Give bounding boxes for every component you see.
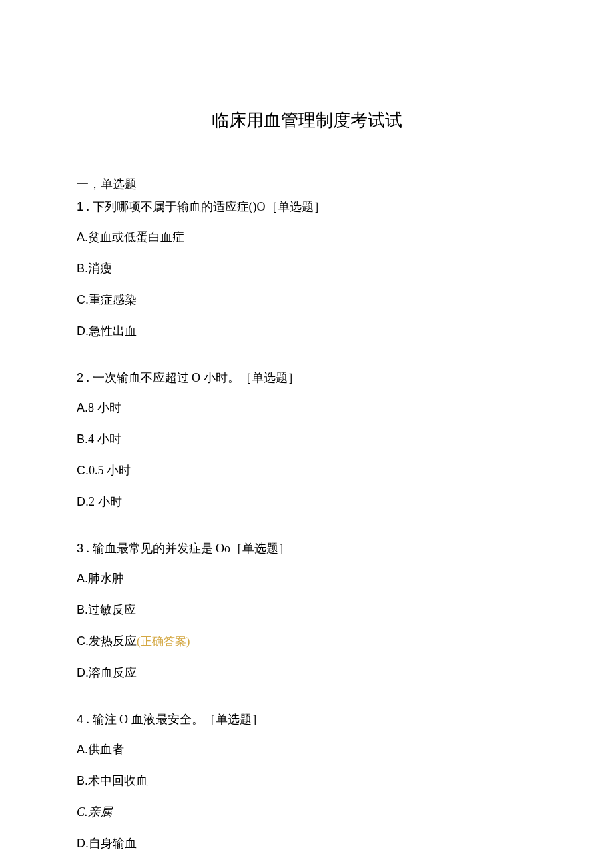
question-block: 3 . 输血最常见的并发症是 Oo［单选题］ A.肺水肿 B.过敏反应 C.发热… [77, 539, 537, 682]
option-label: B. [77, 432, 88, 446]
question-stem: . 输注 O 血液最安全。［单选题］ [83, 713, 264, 726]
option-text: 4 小时 [88, 432, 121, 446]
option-label: B. [77, 603, 88, 616]
option-text: 术中回收血 [88, 774, 148, 787]
question-text: 3 . 输血最常见的并发症是 Oo［单选题］ [77, 539, 537, 558]
option-label: A. [77, 230, 88, 244]
option-c: C.亲属 [77, 803, 537, 822]
option-text: 贫血或低蛋白血症 [88, 230, 184, 244]
option-b: B.过敏反应 [77, 600, 537, 620]
option-label: B. [77, 262, 88, 275]
question-text: 4 . 输注 O 血液最安全。［单选题］ [77, 710, 537, 729]
section-header: 一，单选题 [77, 175, 537, 194]
correct-answer-label: (正确答案) [137, 635, 190, 648]
option-label: C. [77, 634, 89, 648]
option-label: D. [77, 666, 89, 679]
option-text: 自身输血 [89, 837, 137, 850]
question-number: 1 [77, 200, 83, 213]
option-d: D.2 小时 [77, 492, 537, 512]
question-number: 4 [77, 713, 83, 726]
option-text: 急性出血 [89, 324, 137, 338]
option-label: A. [77, 572, 88, 585]
option-a: A.供血者 [77, 740, 537, 759]
option-b: B.消瘦 [77, 259, 537, 278]
page-title: 临床用血管理制度考试试 [77, 107, 537, 135]
option-d: D.自身输血 [77, 834, 537, 853]
option-label: C. [77, 805, 88, 819]
option-text: 亲属 [88, 805, 112, 819]
option-text: 溶血反应 [89, 666, 137, 679]
option-text: 过敏反应 [88, 603, 136, 616]
option-label: C. [77, 293, 89, 306]
question-block: 4 . 输注 O 血液最安全。［单选题］ A.供血者 B.术中回收血 C.亲属 … [77, 710, 537, 853]
question-block: 2 . 一次输血不应超过 O 小时。［单选题］ A.8 小时 B.4 小时 C.… [77, 368, 537, 511]
question-number: 2 [77, 371, 83, 384]
option-d: D.急性出血 [77, 322, 537, 341]
option-text: 8 小时 [88, 401, 121, 414]
question-stem: . 一次输血不应超过 O 小时。［单选题］ [83, 371, 300, 384]
option-text: 0.5 小时 [89, 464, 131, 477]
question-number: 3 [77, 542, 83, 555]
option-text: 供血者 [88, 743, 124, 756]
option-label: D. [77, 837, 89, 850]
option-label: D. [77, 324, 89, 338]
option-label: A. [77, 401, 88, 414]
option-label: B. [77, 774, 88, 787]
question-stem: . 下列哪项不属于输血的适应症()O［单选题］ [83, 200, 326, 213]
option-text: 发热反应 [89, 634, 137, 648]
option-b: B.术中回收血 [77, 771, 537, 791]
option-b: B.4 小时 [77, 430, 537, 449]
option-text: 重症感染 [89, 293, 137, 306]
option-a: A.贫血或低蛋白血症 [77, 228, 537, 247]
option-label: A. [77, 743, 88, 756]
option-text: 2 小时 [89, 495, 122, 508]
option-d: D.溶血反应 [77, 663, 537, 683]
option-text: 消瘦 [88, 262, 112, 275]
option-label: D. [77, 495, 89, 508]
question-text: 2 . 一次输血不应超过 O 小时。［单选题］ [77, 368, 537, 388]
option-a: A.肺水肿 [77, 569, 537, 588]
question-block: 1 . 下列哪项不属于输血的适应症()O［单选题］ A.贫血或低蛋白血症 B.消… [77, 197, 537, 340]
option-text: 肺水肿 [88, 572, 124, 585]
option-label: C. [77, 464, 89, 477]
option-a: A.8 小时 [77, 398, 537, 418]
option-c: C.发热反应(正确答案) [77, 632, 537, 651]
option-c: C.重症感染 [77, 290, 537, 310]
question-text: 1 . 下列哪项不属于输血的适应症()O［单选题］ [77, 197, 537, 217]
option-c: C.0.5 小时 [77, 461, 537, 480]
question-stem: . 输血最常见的并发症是 Oo［单选题］ [83, 542, 290, 555]
